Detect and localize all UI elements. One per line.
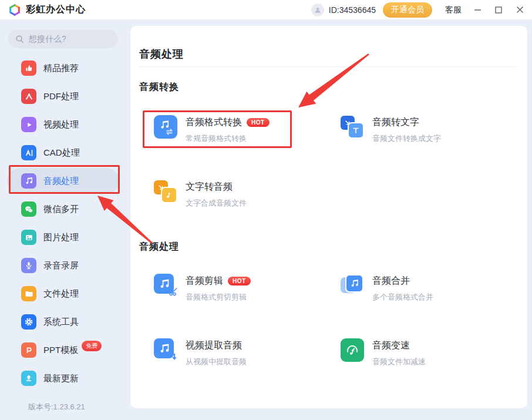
support-link[interactable]: 客服: [445, 5, 462, 15]
sidebar-item-label: 最新更新: [43, 373, 79, 384]
hot-badge: HOT: [228, 277, 251, 285]
pdf-icon: [21, 89, 36, 104]
app-window: 彩虹办公中心 ID:34536645 开通会员 客服: [0, 0, 532, 420]
sidebar: 精品推荐 PDF处理 视频处理 CAD处理: [0, 20, 126, 420]
user-id: ID:34536645: [329, 5, 376, 15]
sidebar-item-file[interactable]: 文件处理: [0, 280, 126, 308]
video-extract-audio-icon: [154, 338, 177, 362]
wechat-icon: [21, 201, 36, 217]
card-subtitle: 文字合成音频文件: [186, 198, 247, 209]
card-subtitle: 多个音频格式合并: [372, 292, 433, 303]
section-title-audio-process: 音频处理: [139, 241, 179, 253]
avatar[interactable]: [311, 4, 324, 16]
card-subtitle: 常规音频格式转换: [186, 133, 270, 144]
audio-speed-icon: [341, 338, 364, 362]
card-title: 音频合并: [372, 275, 410, 287]
titlebar: 彩虹办公中心 ID:34536645 开通会员 客服: [0, 0, 532, 20]
sidebar-item-system[interactable]: 系统工具: [0, 308, 126, 336]
microphone-icon: [21, 258, 36, 273]
sidebar-item-image[interactable]: 图片处理: [0, 223, 126, 251]
search-box[interactable]: [8, 29, 118, 48]
card-subtitle: 音频文件加减速: [372, 357, 426, 367]
cad-icon: [21, 145, 36, 160]
thumbs-up-icon: [21, 61, 36, 76]
card-title: 音频变速: [372, 340, 410, 352]
sidebar-item-ppt[interactable]: PPT模板 免费: [0, 336, 126, 364]
arrow-down-icon: [171, 352, 178, 363]
divider: [139, 66, 516, 67]
close-button[interactable]: [516, 6, 524, 14]
card-title: 音频剪辑: [186, 275, 223, 287]
card-audio-clip[interactable]: 音频剪辑 HOT 音频格式剪切剪辑: [154, 274, 330, 303]
card-subtitle: 音频格式剪切剪辑: [186, 292, 251, 303]
maximize-button[interactable]: [494, 6, 503, 14]
card-title: 音频格式转换: [186, 116, 242, 129]
app-logo-icon: [8, 4, 21, 16]
sidebar-item-cad[interactable]: CAD处理: [0, 139, 126, 167]
card-audio-format-convert[interactable]: 音频格式转换 HOT 常规音频格式转换: [154, 115, 330, 144]
ppt-icon: [21, 342, 36, 358]
sidebar-item-label: 文件处理: [43, 288, 79, 300]
sidebar-item-audio[interactable]: 音频处理: [0, 167, 126, 195]
card-subtitle: 从视频中提取音频: [186, 357, 247, 367]
user-icon: [314, 6, 322, 14]
sidebar-item-label: PPT模板: [43, 345, 78, 356]
sidebar-item-label: CAD处理: [43, 147, 80, 159]
sidebar-item-label: PDF处理: [43, 91, 79, 102]
version-label: 版本号:1.23.6.21: [28, 402, 85, 412]
sidebar-item-wechat[interactable]: 微信多开: [0, 195, 126, 223]
section-title-audio-convert: 音频转换: [139, 81, 179, 93]
image-icon: [21, 230, 36, 245]
sidebar-item-label: 精品推荐: [43, 63, 79, 74]
open-member-button[interactable]: 开通会员: [383, 2, 432, 18]
audio-to-text-icon: [341, 115, 364, 139]
scissors-icon: [169, 287, 178, 298]
main-panel: 音频处理 音频转换 音频格式转换 HOT 常规音频格式转换: [130, 26, 527, 408]
sidebar-item-update[interactable]: 最新更新: [0, 364, 126, 392]
free-badge: 免费: [82, 341, 102, 351]
sidebar-item-label: 系统工具: [43, 317, 79, 328]
card-video-extract-audio[interactable]: 视频提取音频 从视频中提取音频: [154, 338, 330, 367]
sidebar-item-label: 图片处理: [43, 232, 79, 243]
card-audio-speed[interactable]: 音频变速 音频文件加减速: [341, 338, 517, 367]
music-note-icon: [21, 173, 36, 189]
gear-icon: [21, 314, 36, 330]
sidebar-item-label: 视频处理: [43, 119, 79, 130]
sidebar-item-video[interactable]: 视频处理: [0, 110, 126, 139]
folder-icon: [21, 286, 36, 301]
card-text-to-audio[interactable]: 文字转音频 文字合成音频文件: [154, 180, 330, 209]
card-title: 视频提取音频: [186, 340, 242, 352]
sidebar-item-pdf[interactable]: PDF处理: [0, 82, 126, 110]
card-subtitle: 音频文件转换成文字: [372, 133, 441, 144]
sidebar-item-featured[interactable]: 精品推荐: [0, 54, 126, 82]
card-audio-merge[interactable]: 音频合并 多个音频格式合并: [341, 274, 517, 303]
card-title: 文字转音频: [186, 181, 233, 193]
text-to-audio-icon: [154, 180, 177, 203]
audio-merge-icon: [341, 274, 364, 297]
search-icon: [15, 35, 24, 43]
search-input[interactable]: [29, 34, 105, 43]
sidebar-item-record[interactable]: 录音录屏: [0, 251, 126, 280]
minimize-button[interactable]: [473, 6, 482, 14]
sidebar-item-label: 微信多开: [43, 204, 79, 215]
audio-clip-icon: [154, 274, 177, 297]
sidebar-item-label: 录音录屏: [43, 260, 79, 271]
sidebar-menu: 精品推荐 PDF处理 视频处理 CAD处理: [0, 54, 126, 392]
page-title: 音频处理: [139, 47, 184, 61]
card-title: 音频转文字: [372, 116, 419, 129]
play-icon: [21, 117, 36, 132]
app-title: 彩虹办公中心: [26, 4, 86, 16]
audio-format-convert-icon: [154, 115, 177, 139]
arrow-up-icon: [21, 371, 36, 386]
card-audio-to-text[interactable]: 音频转文字 音频文件转换成文字: [341, 115, 517, 144]
sidebar-item-label: 音频处理: [43, 176, 79, 187]
hot-badge: HOT: [247, 118, 270, 127]
